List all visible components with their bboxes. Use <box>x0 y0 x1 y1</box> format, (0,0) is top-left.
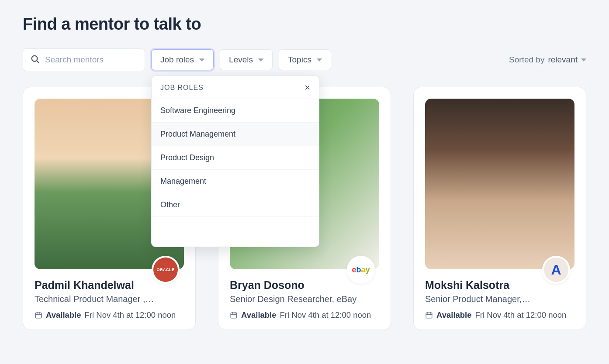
available-label: Available <box>436 310 472 320</box>
dropdown-item[interactable]: Software Engineering <box>152 99 319 123</box>
calendar-icon <box>230 311 238 319</box>
mentor-title: Senior Product Manager,… <box>425 294 574 304</box>
chevron-down-icon <box>258 58 263 62</box>
calendar-icon <box>425 311 433 319</box>
job-roles-dropdown: JOB ROLES × Software EngineeringProduct … <box>151 76 319 247</box>
chevron-down-icon <box>581 58 586 62</box>
filter-job-roles-label: Job roles <box>160 55 194 65</box>
availability-row: Available Fri Nov 4th at 12:00 noon <box>425 310 574 320</box>
availability-row: Available Fri Nov 4th at 12:00 noon <box>35 310 184 320</box>
filter-job-roles[interactable]: Job roles <box>151 49 214 70</box>
dropdown-item[interactable]: Management <box>152 170 319 193</box>
dropdown-item[interactable]: Product Management <box>152 123 319 146</box>
svg-rect-2 <box>35 313 42 318</box>
available-time: Fri Nov 4th at 12:00 noon <box>85 310 176 320</box>
page-title: Find a mentor to talk to <box>23 15 586 34</box>
search-field-wrap[interactable] <box>23 48 145 71</box>
dropdown-list: Software EngineeringProduct ManagementPr… <box>152 99 319 217</box>
mentor-photo <box>425 99 574 269</box>
company-badge: ORACLE <box>152 256 180 284</box>
available-time: Fri Nov 4th at 12:00 noon <box>475 310 567 320</box>
svg-rect-10 <box>426 313 432 318</box>
close-icon[interactable]: × <box>304 83 310 93</box>
mentor-title: Senior Design Researcher, eBay <box>230 294 379 304</box>
company-logo-icon: A <box>544 258 568 282</box>
sort-control[interactable]: Sorted by relevant <box>509 55 586 65</box>
available-time: Fri Nov 4th at 12:00 noon <box>280 310 371 320</box>
sort-value: relevant <box>548 55 578 65</box>
chevron-down-icon <box>317 58 322 62</box>
filter-topics[interactable]: Topics <box>279 49 331 70</box>
dropdown-header: JOB ROLES × <box>152 76 319 99</box>
mentor-title: Technical Product Manager ,… <box>35 294 184 304</box>
dropdown-item[interactable]: Product Design <box>152 146 319 170</box>
mentor-card[interactable]: A Mokshi Kalsotra Senior Product Manager… <box>413 87 586 330</box>
filter-topics-label: Topics <box>288 55 311 65</box>
oracle-logo-icon: ORACLE <box>153 258 178 282</box>
search-icon <box>30 54 40 65</box>
dropdown-item[interactable]: Other <box>152 193 319 217</box>
svg-line-1 <box>37 61 38 62</box>
calendar-icon <box>35 311 42 319</box>
search-input[interactable] <box>45 55 138 65</box>
filter-levels[interactable]: Levels <box>220 49 273 70</box>
chevron-down-icon <box>199 58 204 62</box>
available-label: Available <box>241 310 277 320</box>
toolbar: Job roles Levels Topics Sorted by releva… <box>23 48 586 71</box>
dropdown-title: JOB ROLES <box>160 84 204 92</box>
company-badge: A <box>542 256 570 284</box>
svg-rect-6 <box>231 313 237 318</box>
availability-row: Available Fri Nov 4th at 12:00 noon <box>230 310 379 320</box>
available-label: Available <box>46 310 81 320</box>
filter-levels-label: Levels <box>229 55 253 65</box>
ebay-logo-icon: ebay <box>349 258 373 282</box>
sort-prefix: Sorted by <box>509 55 544 65</box>
company-badge: ebay <box>347 256 375 284</box>
